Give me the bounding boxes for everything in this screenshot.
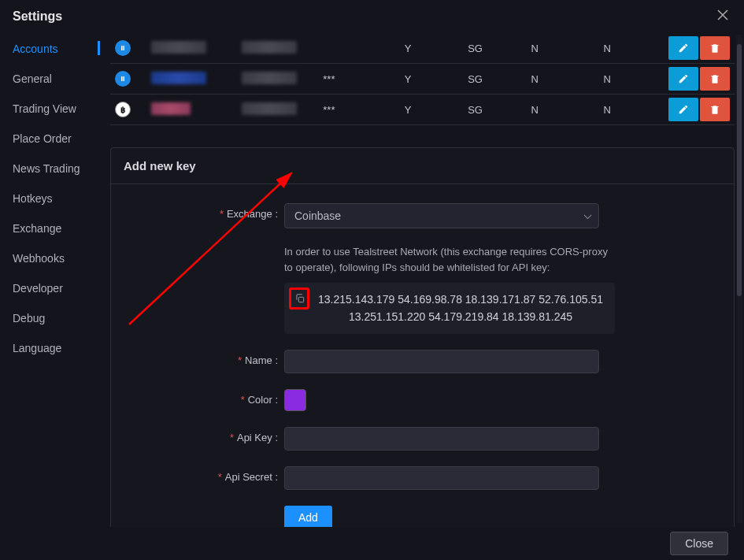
cell-value: SG <box>463 33 526 64</box>
sidebar-item-webhooks[interactable]: Webhooks <box>13 252 107 265</box>
cell-value: Y <box>400 33 463 64</box>
sidebar-item-hotkeys[interactable]: Hotkeys <box>13 192 107 205</box>
sidebar-active-indicator <box>98 41 100 55</box>
sidebar-item-label: Exchange <box>13 222 61 235</box>
ip-whitelist-box: 13.215.143.179 54.169.98.78 18.139.171.8… <box>284 283 615 334</box>
svg-rect-0 <box>121 46 123 50</box>
api-secret-label: *Api Secret : <box>127 466 284 483</box>
masked-cell <box>151 102 191 115</box>
cell-value: N <box>527 33 599 64</box>
add-button[interactable]: Add <box>284 506 332 528</box>
cell-masked <box>318 33 399 64</box>
ip-list-line: 13.251.151.220 54.179.219.84 18.139.81.2… <box>316 308 605 325</box>
edit-button[interactable] <box>668 67 698 91</box>
edit-button[interactable] <box>668 36 698 60</box>
ip-list-line: 13.215.143.179 54.169.98.78 18.139.171.8… <box>316 291 605 308</box>
exchange-icon <box>115 40 131 56</box>
settings-modal: Settings Accounts General Trading View P… <box>0 0 744 560</box>
exchange-label: *Exchange : <box>127 203 284 220</box>
scrollbar[interactable] <box>736 35 742 523</box>
sidebar-item-label: Hotkeys <box>13 192 53 205</box>
svg-rect-2 <box>121 76 123 81</box>
cell-value: N <box>599 33 653 64</box>
cell-value: N <box>527 95 599 125</box>
sidebar-item-label: Developer <box>13 282 63 295</box>
table-row: Y SG N N <box>110 33 735 64</box>
sidebar-item-place-order[interactable]: Place Order <box>13 132 107 145</box>
delete-button[interactable] <box>700 36 730 60</box>
svg-rect-1 <box>124 46 125 50</box>
color-label: *Color : <box>127 389 284 406</box>
add-key-panel: Add new key *Exchange : Coinbase In orde… <box>110 147 735 528</box>
sidebar-item-label: Trading View <box>13 102 76 115</box>
sidebar-item-debug[interactable]: Debug <box>13 312 107 325</box>
exchange-icon: ฿ <box>115 102 131 117</box>
modal-footer: Close <box>0 527 744 560</box>
cell-value: Y <box>400 95 463 125</box>
masked-cell <box>242 41 297 54</box>
cell-masked: *** <box>318 64 399 95</box>
sidebar-item-accounts[interactable]: Accounts <box>13 43 107 55</box>
masked-cell <box>151 72 206 84</box>
sidebar-item-label: Accounts <box>13 43 58 55</box>
table-row: ฿ *** Y SG N N <box>110 95 735 125</box>
settings-sidebar: Accounts General Trading View Place Orde… <box>0 33 107 528</box>
scrollbar-thumb[interactable] <box>737 44 742 296</box>
exchange-icon <box>115 71 131 87</box>
sidebar-item-exchange[interactable]: Exchange <box>13 222 107 235</box>
cell-masked: *** <box>318 95 399 125</box>
color-picker[interactable] <box>284 389 306 411</box>
sidebar-item-label: Language <box>13 342 61 354</box>
copy-ips-icon[interactable] <box>292 291 308 306</box>
cell-value: N <box>599 64 653 95</box>
table-row: *** Y SG N N <box>110 64 735 95</box>
edit-button[interactable] <box>668 98 698 121</box>
cell-value: SG <box>463 95 526 125</box>
masked-cell <box>151 41 206 54</box>
settings-main: Y SG N N <box>107 33 744 528</box>
api-keys-table: Y SG N N <box>110 33 735 125</box>
api-key-input[interactable] <box>284 427 599 451</box>
modal-header: Settings <box>0 0 744 33</box>
delete-button[interactable] <box>700 67 730 91</box>
modal-title: Settings <box>13 9 62 24</box>
sidebar-item-label: Place Order <box>13 132 72 145</box>
sidebar-item-general[interactable]: General <box>13 72 107 85</box>
api-secret-input[interactable] <box>284 466 599 490</box>
panel-title: Add new key <box>111 148 734 184</box>
cell-value: N <box>527 64 599 95</box>
sidebar-item-label: News Trading <box>13 162 80 175</box>
svg-rect-5 <box>298 297 303 302</box>
delete-button[interactable] <box>700 98 730 121</box>
sidebar-item-language[interactable]: Language <box>13 342 107 354</box>
sidebar-item-developer[interactable]: Developer <box>13 282 107 295</box>
close-button[interactable]: Close <box>670 532 728 555</box>
sidebar-item-label: Webhooks <box>13 252 65 265</box>
sidebar-item-label: General <box>13 72 52 85</box>
masked-cell <box>242 102 297 115</box>
close-icon[interactable] <box>714 6 731 27</box>
svg-rect-3 <box>124 76 125 81</box>
api-key-label: *Api Key : <box>127 427 284 443</box>
sidebar-item-label: Debug <box>13 312 45 325</box>
sidebar-item-news-trading[interactable]: News Trading <box>13 162 107 175</box>
whitelist-info-text: In order to use Tealstreet Network (this… <box>284 244 615 275</box>
cell-value: Y <box>400 64 463 95</box>
exchange-select[interactable]: Coinbase <box>284 203 599 228</box>
cell-value: N <box>599 95 653 125</box>
masked-cell <box>242 72 297 84</box>
name-input[interactable] <box>284 350 599 373</box>
cell-value: SG <box>463 64 526 95</box>
sidebar-item-trading-view[interactable]: Trading View <box>13 102 107 115</box>
name-label: *Name : <box>127 350 284 366</box>
